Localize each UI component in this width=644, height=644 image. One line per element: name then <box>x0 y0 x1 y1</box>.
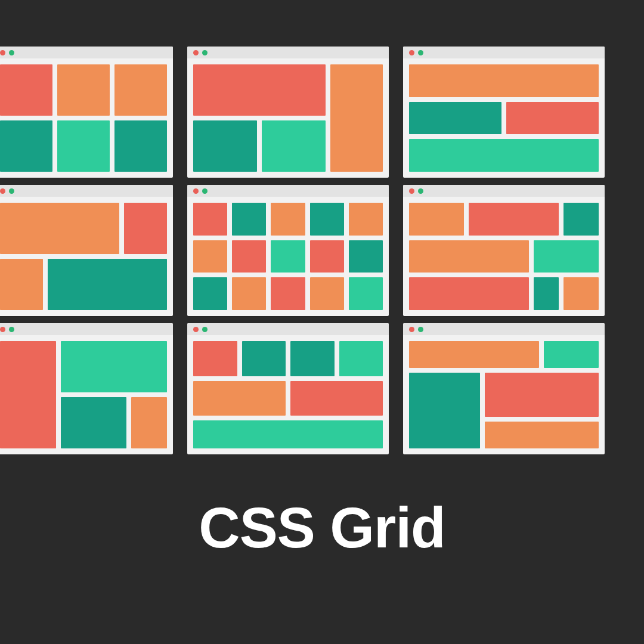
window-dot-green-icon <box>9 327 14 332</box>
mini-browser-1b <box>187 47 389 178</box>
grid-cell <box>485 422 599 448</box>
grid-layout <box>403 335 605 454</box>
window-dot-red-icon <box>0 188 5 194</box>
titlebar <box>187 47 389 58</box>
grid-cell <box>61 341 167 392</box>
window-dot-green-icon <box>202 327 208 332</box>
examples-row-1 <box>0 47 644 178</box>
grid-layout <box>0 197 173 316</box>
grid-cell <box>131 397 167 448</box>
grid-cell <box>290 341 335 376</box>
grid-cell <box>409 240 529 273</box>
grid-cell <box>232 240 266 273</box>
grid-cell <box>242 341 286 376</box>
grid-cell <box>232 277 266 310</box>
window-dot-red-icon <box>193 327 199 332</box>
window-dot-green-icon <box>9 50 14 55</box>
page-title: CSS Grid <box>0 495 644 561</box>
grid-cell <box>61 397 127 448</box>
window-dot-green-icon <box>418 327 423 332</box>
window-dot-green-icon <box>9 188 14 194</box>
window-dot-red-icon <box>0 50 5 55</box>
grid-cell <box>409 102 501 135</box>
grid-cell <box>193 420 383 448</box>
grid-cell <box>193 64 326 116</box>
grid-cell <box>564 203 599 236</box>
grid-cell <box>262 120 326 172</box>
grid-cell <box>271 203 305 236</box>
grid-cell <box>57 120 110 172</box>
grid-cell <box>0 341 56 448</box>
mini-browser-1a <box>0 47 173 178</box>
grid-cell <box>409 277 529 310</box>
grid-cell <box>114 64 167 116</box>
grid-cell <box>349 203 383 236</box>
titlebar <box>0 323 173 335</box>
window-dot-red-icon <box>409 327 414 332</box>
grid-layout <box>403 197 605 316</box>
grid-cell <box>534 240 599 273</box>
window-dot-red-icon <box>409 50 414 55</box>
examples-row-3 <box>0 323 644 454</box>
window-dot-green-icon <box>418 50 423 55</box>
grid-layout <box>187 197 389 316</box>
grid-cell <box>330 64 383 172</box>
mini-browser-1c <box>403 47 605 178</box>
window-dot-green-icon <box>202 188 208 194</box>
grid-cell <box>290 381 383 416</box>
window-dot-green-icon <box>202 50 208 55</box>
grid-cell <box>534 277 559 310</box>
mini-browser-2c <box>403 185 605 316</box>
grid-cell <box>544 341 599 368</box>
grid-cell <box>310 277 344 310</box>
grid-cell <box>57 64 110 116</box>
titlebar <box>187 323 389 335</box>
grid-cell <box>0 203 119 254</box>
window-dot-red-icon <box>409 188 414 194</box>
titlebar <box>403 185 605 197</box>
grid-layout <box>0 58 173 178</box>
stage: CSS Grid <box>0 0 644 644</box>
window-dot-red-icon <box>0 327 5 332</box>
mini-browser-3c <box>403 323 605 454</box>
grid-cell <box>114 120 167 172</box>
grid-cell <box>0 120 52 172</box>
grid-cell <box>409 373 480 448</box>
grid-cell <box>409 139 599 172</box>
grid-cell <box>193 341 237 376</box>
grid-cell <box>193 203 227 236</box>
grid-cell <box>232 203 266 236</box>
grid-cell <box>409 64 599 97</box>
grid-cell <box>48 259 167 310</box>
grid-cell <box>349 277 383 310</box>
titlebar <box>187 185 389 197</box>
mini-browser-2a <box>0 185 173 316</box>
grid-cell <box>193 277 227 310</box>
grid-cell <box>485 373 599 417</box>
grid-layout <box>0 335 173 454</box>
grid-cell <box>271 277 305 310</box>
titlebar <box>403 47 605 58</box>
grid-cell <box>349 240 383 273</box>
grid-layout <box>403 58 605 178</box>
mini-browser-3b <box>187 323 389 454</box>
window-dot-green-icon <box>418 188 423 194</box>
mini-browser-2b <box>187 185 389 316</box>
grid-cell <box>506 102 599 135</box>
grid-cell <box>339 341 383 376</box>
grid-cell <box>564 277 599 310</box>
grid-cell <box>193 240 227 273</box>
mini-browser-3a <box>0 323 173 454</box>
grid-cell <box>193 120 257 172</box>
grid-cell <box>409 341 539 368</box>
titlebar <box>403 323 605 335</box>
grid-cell <box>124 203 167 254</box>
grid-examples-board <box>0 47 644 454</box>
grid-layout <box>187 58 389 178</box>
grid-cell <box>193 381 286 416</box>
grid-cell <box>0 64 52 116</box>
grid-cell <box>310 240 344 273</box>
grid-layout <box>187 335 389 454</box>
grid-cell <box>310 203 344 236</box>
grid-cell <box>0 259 43 310</box>
